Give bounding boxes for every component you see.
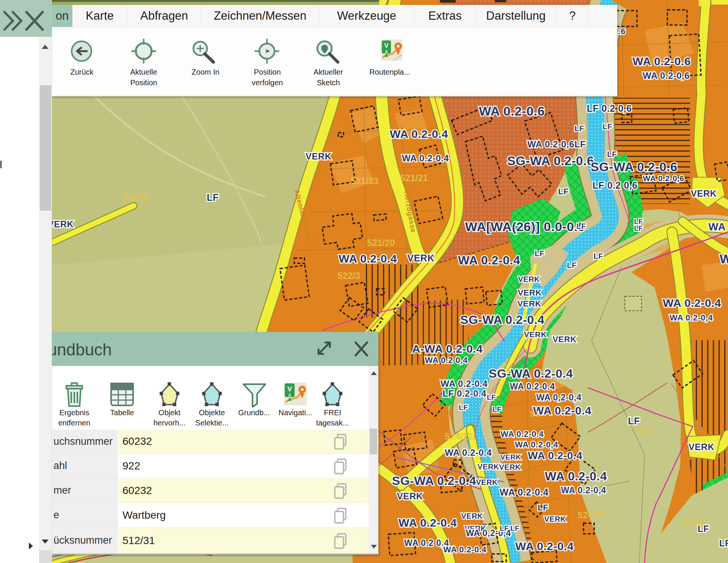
svg-text:WA 0.2-0.4: WA 0.2-0.4 (533, 404, 592, 417)
svg-text:LF: LF (538, 503, 548, 512)
svg-text:LF: LF (607, 150, 617, 158)
svg-text:Tabelle: Tabelle (110, 408, 134, 417)
svg-text:VERK: VERK (477, 463, 499, 471)
svg-text:522/3: 522/3 (337, 271, 360, 281)
svg-text:LF 0.2-0.4: LF 0.2-0.4 (442, 388, 486, 399)
svg-text:VERK: VERK (524, 330, 547, 339)
svg-text:SG-WA 0.2-0.6: SG-WA 0.2-0.6 (507, 154, 594, 168)
svg-text:521/23: 521/23 (351, 176, 378, 186)
svg-text:LF: LF (574, 124, 584, 133)
svg-text:WA 0.2-0,4: WA 0.2-0,4 (515, 440, 558, 449)
svg-text:SG-WA 0.2-0.6: SG-WA 0.2-0.6 (590, 160, 677, 174)
svg-text:A-WA 0.2-0.4: A-WA 0.2-0.4 (412, 342, 483, 355)
svg-text:WA 0.2-0.4: WA 0.2-0.4 (441, 378, 488, 389)
svg-text:Sketch: Sketch (317, 78, 340, 87)
svg-text:Ergebnis: Ergebnis (60, 408, 89, 417)
svg-text:LF 0.2 0,6: LF 0.2 0,6 (587, 103, 632, 114)
svg-text:524/12: 524/12 (445, 431, 472, 441)
svg-text:LF: LF (634, 225, 643, 232)
svg-text:VERK: VERK (500, 453, 521, 461)
svg-text:WA 0,2-0,4: WA 0,2-0,4 (536, 393, 581, 402)
svg-text:verfolgen: verfolgen (252, 78, 283, 87)
svg-text:WA 0.2-0.4: WA 0.2-0.4 (339, 252, 397, 265)
svg-text:517: 517 (636, 425, 653, 436)
svg-text:WA 0.2-0.4: WA 0.2-0.4 (528, 450, 582, 461)
svg-text:WA 0.2-0.4: WA 0.2-0.4 (443, 545, 486, 554)
svg-text:Position: Position (130, 78, 157, 87)
svg-text:WA 0.: WA 0. (720, 252, 728, 266)
svg-text:VERK: VERK (518, 275, 540, 283)
svg-text:SG-WA 0.2-0.4: SG-WA 0.2-0.4 (460, 313, 544, 327)
svg-text:VERK: VERK (397, 491, 423, 501)
svg-text:tagesak...: tagesak... (316, 419, 349, 427)
svg-text:WA 0.2-0.4: WA 0.2-0.4 (499, 487, 548, 497)
svg-text:Position: Position (254, 68, 281, 76)
svg-text:LF: LF (207, 192, 219, 203)
svg-text:WA 0.2-0.6: WA 0.2-0.6 (632, 55, 691, 67)
svg-text:LF: LF (493, 405, 502, 413)
svg-text:WA 0.2-0,6: WA 0.2-0,6 (643, 174, 684, 183)
svg-text:WA 0.2 0,4: WA 0.2 0,4 (404, 538, 449, 548)
svg-text:Aktuelle: Aktuelle (130, 68, 157, 76)
svg-text:VERK: VERK (517, 299, 541, 308)
svg-text:WA 0.2-0.4: WA 0.2-0.4 (510, 382, 555, 391)
svg-text:Routenpla...: Routenpla... (369, 68, 410, 76)
svg-text:WA 0.2-0.4: WA 0.2-0.4 (663, 297, 721, 309)
svg-text:LF: LF (487, 393, 496, 401)
svg-text:Zoom In: Zoom In (191, 68, 219, 76)
svg-text:WA 0.2-0.4: WA 0.2-0.4 (402, 153, 449, 163)
svg-text:V: V (384, 42, 389, 49)
svg-text:WA 0.2-0.4: WA 0.2-0.4 (399, 516, 457, 529)
svg-text:.6: .6 (618, 27, 625, 36)
svg-text:521/21: 521/21 (400, 173, 428, 183)
svg-text:FREI: FREI (324, 408, 341, 417)
svg-text:WA 0.2-0,6: WA 0.2-0,6 (643, 70, 690, 81)
svg-text:WA 0.2-0.4: WA 0.2-0.4 (515, 540, 574, 552)
svg-text:SG-WA 0.2-0.4: SG-WA 0.2-0.4 (392, 474, 476, 488)
svg-text:Objekt: Objekt (158, 408, 180, 417)
svg-text:WA 0.2-0,4: WA 0.2-0,4 (561, 485, 606, 495)
svg-text:LF: LF (500, 524, 509, 532)
svg-text:LF: LF (459, 403, 468, 411)
svg-text:Grundb...: Grundb... (238, 408, 270, 417)
svg-text:LF: LF (602, 122, 612, 131)
svg-text:524/12: 524/12 (577, 510, 605, 520)
svg-text:WA 0.2-0.4: WA 0.2-0.4 (445, 447, 492, 458)
svg-text:V: V (287, 385, 292, 393)
svg-text:LF 0.2 0,6: LF 0.2 0,6 (593, 180, 638, 191)
svg-text:hervorh...: hervorh... (154, 419, 185, 427)
svg-text:WA 0.2 0,4: WA 0.2 0,4 (425, 355, 468, 365)
svg-text:Navigati...: Navigati... (279, 408, 312, 417)
svg-text:LF: LF (558, 187, 569, 196)
svg-text:WA 0.2-0.4: WA 0.2-0.4 (500, 429, 544, 439)
svg-text:WA 0.2-0.6: WA 0.2-0.6 (479, 104, 545, 118)
svg-text:LF: LF (593, 252, 603, 260)
svg-text:VERK: VERK (544, 515, 566, 523)
svg-text:Selektie...: Selektie... (195, 419, 229, 427)
svg-text:515/2: 515/2 (682, 517, 705, 527)
svg-text:Objekte: Objekte (199, 408, 225, 417)
svg-text:WA 0.2-0.4: WA 0.2-0.4 (545, 469, 607, 483)
svg-text:VERK: VERK (499, 463, 521, 471)
svg-text:WA 0.2-0,6LF: WA 0.2-0,6LF (527, 139, 586, 149)
svg-text:VERK: VERK (689, 442, 715, 452)
svg-text:LF: LF (535, 249, 544, 258)
svg-text:WA[WA(26)] 0.0-0.0: WA[WA(26)] 0.0-0.0 (465, 219, 585, 234)
svg-text:521/20: 521/20 (367, 238, 395, 248)
svg-text:A: A (288, 393, 291, 397)
svg-text:LF: LF (634, 218, 643, 225)
svg-text:A: A (385, 49, 388, 54)
svg-text:VERK: VERK (476, 478, 498, 486)
svg-text:VERK: VERK (691, 188, 717, 199)
svg-text:WA 0.2-0,4: WA 0.2-0,4 (670, 313, 713, 322)
svg-text:SG-WA 0.2-0.4: SG-WA 0.2-0.4 (489, 367, 573, 380)
svg-text:VERK: VERK (461, 512, 483, 520)
svg-text:849/1: 849/1 (122, 191, 149, 203)
svg-text:WA 0.2: WA 0.2 (708, 221, 728, 233)
svg-text:LF: LF (576, 222, 586, 230)
svg-text:VERK: VERK (518, 288, 541, 297)
svg-text:WA 0.2-0.4: WA 0.2-0.4 (390, 128, 448, 140)
svg-text:Zurück: Zurück (70, 68, 94, 76)
svg-text:WA 0.2-0.4: WA 0.2-0.4 (458, 253, 520, 267)
svg-text:LF: LF (510, 524, 519, 532)
